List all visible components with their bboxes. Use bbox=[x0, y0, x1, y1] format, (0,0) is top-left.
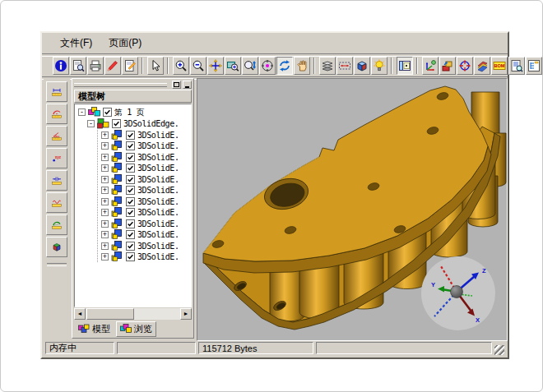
tree-item-row[interactable]: +3DSolidE. bbox=[101, 130, 191, 141]
scroll-left-button[interactable]: ◄ bbox=[74, 308, 86, 320]
scroll-track[interactable] bbox=[134, 308, 180, 320]
pmi-button[interactable] bbox=[336, 57, 353, 75]
expand-icon[interactable]: + bbox=[101, 198, 109, 205]
expand-icon[interactable]: + bbox=[101, 253, 109, 261]
panel-hide-button[interactable] bbox=[183, 81, 192, 89]
measure-length-button[interactable] bbox=[46, 81, 67, 102]
structure-tree-button[interactable] bbox=[526, 57, 542, 75]
tree-root-row[interactable]: - 第 1 页 bbox=[78, 107, 191, 118]
pan-hand-icon bbox=[295, 59, 309, 72]
info-button[interactable] bbox=[53, 57, 69, 75]
zoom-dynamic-button[interactable] bbox=[242, 57, 258, 75]
grip-handle[interactable] bbox=[74, 83, 167, 87]
tab-model[interactable]: 模型 bbox=[75, 322, 114, 336]
panel-toggle-button[interactable] bbox=[397, 57, 413, 75]
move-part-button[interactable] bbox=[439, 57, 456, 75]
resize-grip[interactable] bbox=[494, 345, 504, 355]
tree-assembly-row[interactable]: - 3DSolidEdge. bbox=[87, 118, 191, 129]
tree-h-scrollbar[interactable]: ◄ ► bbox=[74, 308, 192, 320]
views-cube-button[interactable] bbox=[354, 57, 370, 75]
tree-item-row[interactable]: +3DSolidE. bbox=[101, 174, 191, 185]
panel-title: 模型树 bbox=[74, 90, 192, 103]
visibility-checkbox[interactable] bbox=[126, 131, 135, 140]
tree-item-row[interactable]: +3DSolidE. bbox=[101, 152, 191, 163]
measure-angle-button[interactable] bbox=[46, 126, 67, 146]
visibility-checkbox[interactable] bbox=[126, 186, 135, 195]
expand-icon[interactable]: + bbox=[101, 231, 109, 238]
zoom-dynamic-icon bbox=[244, 59, 257, 72]
measure-curve-button[interactable] bbox=[46, 192, 67, 213]
expand-icon[interactable]: + bbox=[101, 154, 109, 161]
measure-distance-button[interactable] bbox=[46, 170, 67, 191]
tree-item-row[interactable]: +3DSolidE. bbox=[101, 241, 191, 251]
expand-icon[interactable]: + bbox=[101, 131, 109, 139]
explode-button[interactable] bbox=[457, 57, 473, 75]
print-preview-button[interactable] bbox=[70, 57, 86, 75]
visibility-checkbox[interactable] bbox=[126, 175, 135, 184]
expand-icon[interactable]: + bbox=[101, 187, 109, 194]
expand-icon[interactable]: + bbox=[101, 142, 109, 150]
report-button[interactable] bbox=[508, 57, 525, 75]
bom-button[interactable]: BOM bbox=[491, 57, 508, 75]
tree-item-row[interactable]: +3DSolidE. bbox=[101, 196, 191, 207]
markup-button[interactable] bbox=[122, 57, 138, 75]
expand-icon[interactable]: + bbox=[101, 220, 109, 228]
visibility-checkbox[interactable] bbox=[112, 119, 121, 128]
visibility-checkbox[interactable] bbox=[103, 108, 112, 117]
menu-file[interactable]: 文件(F) bbox=[53, 35, 99, 52]
light-button[interactable] bbox=[371, 57, 388, 75]
collapse-icon[interactable]: - bbox=[87, 120, 95, 127]
redline-pen-icon bbox=[106, 59, 119, 72]
tree-item-row[interactable]: +3DSolidE. bbox=[101, 219, 191, 229]
visibility-checkbox[interactable] bbox=[126, 230, 135, 239]
visibility-checkbox[interactable] bbox=[126, 252, 135, 261]
zoom-out-button[interactable] bbox=[190, 57, 207, 75]
measure-arc-icon bbox=[52, 217, 62, 233]
tree-item-row[interactable]: +3DSolidE. bbox=[101, 251, 191, 262]
view-cube-button[interactable] bbox=[46, 237, 67, 257]
measure-radius-button[interactable] bbox=[46, 104, 67, 124]
rotate-button[interactable] bbox=[276, 57, 293, 75]
zoom-in-icon bbox=[174, 59, 188, 72]
scroll-right-button[interactable]: ► bbox=[180, 308, 192, 320]
collapse-icon[interactable]: - bbox=[78, 108, 86, 116]
zoom-in-button[interactable] bbox=[173, 57, 189, 75]
visibility-checkbox[interactable] bbox=[126, 197, 135, 206]
rotate-target-button[interactable] bbox=[259, 57, 276, 75]
visibility-checkbox[interactable] bbox=[126, 141, 135, 150]
select-button[interactable] bbox=[147, 57, 164, 75]
tree-item-row[interactable]: +3DSolidE. bbox=[101, 163, 191, 173]
visibility-checkbox[interactable] bbox=[126, 164, 135, 173]
tree-item-row[interactable]: +3DSolidE. bbox=[101, 229, 191, 240]
eraser-button[interactable] bbox=[474, 57, 490, 75]
axis-triad[interactable]: Z X Y bbox=[421, 256, 495, 330]
expand-icon[interactable]: + bbox=[101, 209, 109, 216]
tree-item-row[interactable]: +3DSolidE. bbox=[101, 185, 191, 196]
toolbar-separator bbox=[313, 58, 315, 74]
measure-coordinate-button[interactable]: xyz bbox=[46, 148, 67, 168]
toolbar-separator bbox=[142, 58, 143, 74]
visibility-checkbox[interactable] bbox=[126, 153, 135, 162]
expand-icon[interactable]: + bbox=[101, 164, 109, 172]
expand-icon[interactable]: + bbox=[101, 242, 109, 250]
pan-axes-button[interactable] bbox=[207, 57, 224, 75]
redline-button[interactable] bbox=[104, 57, 121, 75]
measure-arc-button[interactable] bbox=[46, 214, 67, 235]
panel-float-button[interactable] bbox=[172, 81, 181, 89]
scroll-thumb[interactable] bbox=[86, 308, 134, 320]
visibility-checkbox[interactable] bbox=[126, 208, 135, 217]
zoom-window-button[interactable] bbox=[225, 57, 241, 75]
visibility-checkbox[interactable] bbox=[126, 242, 135, 251]
tab-browse[interactable]: 浏览 bbox=[116, 321, 156, 337]
layers-button[interactable] bbox=[319, 57, 336, 75]
pan-hand-button[interactable] bbox=[294, 57, 310, 75]
expand-icon[interactable]: + bbox=[101, 176, 109, 183]
panel-grip[interactable] bbox=[72, 79, 193, 90]
print-button[interactable] bbox=[87, 57, 104, 75]
menu-page[interactable]: 页面(P) bbox=[102, 35, 148, 52]
visibility-checkbox[interactable] bbox=[126, 219, 135, 228]
tree-item-row[interactable]: +3DSolidE. bbox=[101, 207, 191, 218]
assembly-axes-button[interactable] bbox=[422, 57, 439, 75]
viewport-3d[interactable]: Z X Y bbox=[197, 78, 508, 341]
tree-item-row[interactable]: +3DSolidE. bbox=[101, 141, 191, 151]
